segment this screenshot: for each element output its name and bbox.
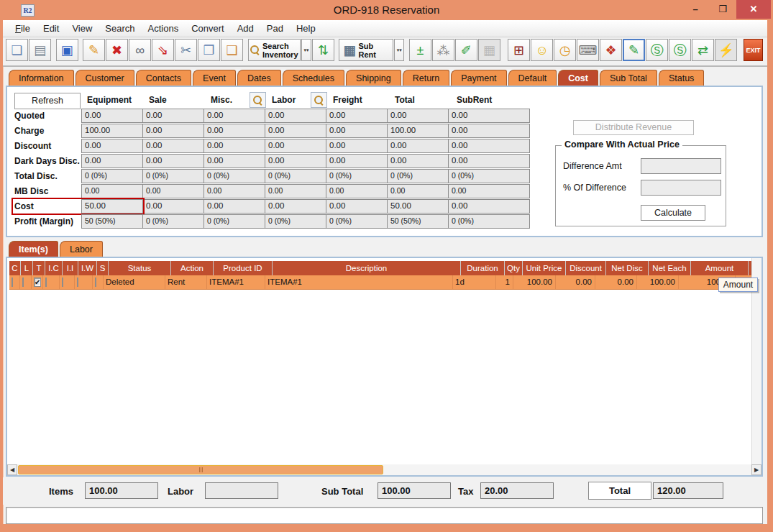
col-net-disc[interactable]: Net Disc [606, 261, 648, 275]
menu-search[interactable]: Search [99, 21, 141, 36]
col-unit-price[interactable]: Unit Price [523, 261, 565, 275]
tab-items[interactable]: Item(s) [9, 241, 58, 257]
labor-total-label: Labor [168, 486, 193, 497]
col-iw[interactable]: I.W [78, 261, 96, 275]
checkbox-t[interactable]: ✔ [34, 278, 41, 287]
tab-return[interactable]: Return [403, 70, 450, 86]
exit-button[interactable]: EXIT [744, 39, 763, 61]
cell: 100.00 [387, 124, 449, 138]
paste-button[interactable]: ❑ [221, 39, 243, 61]
find-button[interactable]: ∞ [129, 39, 151, 61]
tab-contacts[interactable]: Contacts [136, 70, 191, 86]
row-total-disc: Total Disc. 0 (0%) 0 (0%) 0 (0%) 0 (0%) … [13, 169, 533, 183]
tab-payment[interactable]: Payment [451, 70, 506, 86]
col-action[interactable]: Action [171, 261, 213, 275]
col-description[interactable]: Description [273, 261, 460, 275]
tab-shipping[interactable]: Shipping [346, 70, 401, 86]
col-duration[interactable]: Duration [461, 261, 504, 275]
close-button[interactable]: ✕ [736, 0, 771, 19]
col-discount[interactable]: Discount [566, 261, 605, 275]
checkbox-s[interactable] [95, 278, 96, 287]
tab-cost[interactable]: Cost [558, 70, 598, 86]
inventory-cubes-button[interactable]: ❖ [600, 39, 622, 61]
col-t[interactable]: T [33, 261, 45, 275]
col-amount[interactable]: Amount [691, 261, 748, 275]
delete-button[interactable]: ✖ [106, 39, 128, 61]
search-inventory-label: SearchInventory [262, 42, 298, 59]
calculate-button[interactable]: Calculate [641, 205, 705, 221]
checkbox-l[interactable] [22, 278, 24, 287]
billing-notes-button[interactable]: Ⓢ [669, 39, 691, 61]
send-invoice-button[interactable]: Ⓢ [646, 39, 668, 61]
transfer-button[interactable]: ⇘ [152, 39, 174, 61]
convert-button[interactable]: ⇅ [312, 39, 334, 61]
smiley-icon: ☺ [535, 44, 548, 57]
search-inventory-options-button[interactable]: ▾▾ [301, 39, 311, 61]
scroll-left-arrow[interactable]: ◀ [7, 464, 17, 475]
tab-schedules[interactable]: Schedules [283, 70, 344, 86]
menu-add[interactable]: Add [231, 21, 260, 36]
menu-convert[interactable]: Convert [185, 21, 231, 36]
cell: 0 (0%) [81, 169, 143, 183]
keyboard-button[interactable]: ⌨ [577, 39, 599, 61]
delivery-button[interactable]: ⇄ [692, 39, 714, 61]
checkbox-iw[interactable] [77, 278, 78, 287]
edit-notes-button[interactable]: ✎ [623, 39, 645, 61]
menu-actions[interactable]: Actions [142, 21, 186, 36]
menu-file[interactable]: File [9, 21, 37, 36]
tab-status[interactable]: Status [659, 70, 704, 86]
new-document-button[interactable]: ❏ [6, 39, 28, 61]
org-chart-button[interactable]: ⊞ [508, 39, 530, 61]
col-product-id[interactable]: Product ID [214, 261, 272, 275]
edit-button[interactable]: ✎ [83, 39, 105, 61]
col-c[interactable]: C [9, 261, 20, 275]
cut-button[interactable]: ✂ [175, 39, 197, 61]
customer-button[interactable]: ☺ [531, 39, 553, 61]
col-ic[interactable]: I.C [45, 261, 62, 275]
cell: 0.00 [448, 199, 530, 214]
maximize-button[interactable]: ❒ [709, 0, 736, 19]
history-button[interactable]: ◷ [554, 39, 576, 61]
scissors-icon: ✂ [180, 44, 191, 57]
add-item-button[interactable]: ± [409, 39, 431, 61]
menu-pad[interactable]: Pad [260, 21, 290, 36]
table-row[interactable]: ✔ Deleted Rent ITEMA#1 ITEMA#1 1d 1 100.… [9, 275, 753, 290]
print-button[interactable]: ▤ [29, 39, 51, 61]
col-status[interactable]: Status [109, 261, 170, 275]
sub-rent-options-button[interactable]: ▾▾ [394, 39, 404, 61]
availability-button[interactable]: ⁂ [432, 39, 454, 61]
menu-view[interactable]: View [65, 21, 99, 36]
col-ii[interactable]: I.I [63, 261, 78, 275]
col-net-each[interactable]: Net Each [649, 261, 690, 275]
minimize-button[interactable]: – [682, 0, 709, 19]
tab-customer[interactable]: Customer [76, 70, 134, 86]
misc-search-button[interactable] [250, 92, 266, 108]
tab-default[interactable]: Default [508, 70, 557, 86]
col-l[interactable]: L [21, 261, 32, 275]
tab-dates[interactable]: Dates [237, 70, 281, 86]
notes-button[interactable]: ✐ [455, 39, 477, 61]
tab-information[interactable]: Information [9, 70, 74, 86]
tab-event[interactable]: Event [193, 70, 236, 86]
sub-rent-button[interactable]: ▦ Sub Rent [339, 39, 393, 61]
horizontal-scrollbar-thumb[interactable] [18, 465, 383, 474]
magnifier-icon [250, 45, 260, 55]
labor-search-button[interactable] [311, 92, 327, 108]
pct-of-difference-label: % Of Difference [563, 183, 641, 193]
copy-button[interactable]: ❐ [198, 39, 220, 61]
cell: 0 (0%) [448, 169, 530, 183]
col-s[interactable]: S [97, 261, 108, 275]
menu-edit[interactable]: Edit [37, 21, 65, 36]
tab-sub-total[interactable]: Sub Total [600, 70, 657, 86]
menu-help[interactable]: Help [290, 21, 322, 36]
search-inventory-button[interactable]: SearchInventory [248, 39, 301, 61]
save-button[interactable]: ▣ [56, 39, 78, 61]
checkbox-ic[interactable] [45, 278, 47, 287]
col-qty[interactable]: Qty [505, 261, 522, 275]
cell: 0.00 [326, 124, 388, 138]
horizontal-scrollbar[interactable]: ◀ ▶ [7, 464, 761, 475]
tab-labor[interactable]: Labor [60, 241, 103, 257]
scroll-right-arrow[interactable]: ▶ [751, 464, 761, 475]
checkbox-ii[interactable] [62, 278, 63, 287]
checkbox-c[interactable] [12, 278, 13, 287]
